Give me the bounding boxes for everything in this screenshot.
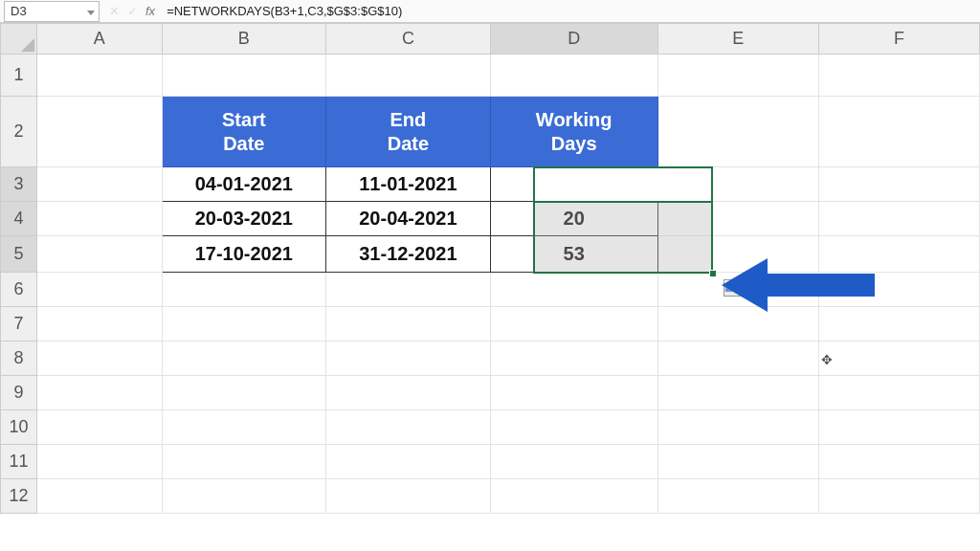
autofill-options-button[interactable] (724, 279, 745, 297)
col-header-B[interactable]: B (162, 24, 326, 55)
cell-E5[interactable] (657, 236, 818, 273)
cell-F9[interactable] (818, 376, 979, 410)
cell-F4[interactable] (818, 202, 979, 236)
name-box-value: D3 (11, 4, 27, 18)
cell-F3[interactable] (818, 167, 979, 202)
col-header-F[interactable]: F (818, 24, 979, 55)
row-header-4[interactable]: 4 (1, 202, 37, 236)
cell-C7[interactable] (326, 307, 491, 342)
cell-A7[interactable] (37, 307, 162, 342)
cell-F12[interactable] (818, 479, 979, 514)
cell-A3[interactable] (37, 167, 162, 202)
cell-B5[interactable]: 17-10-2021 (162, 236, 326, 273)
cell-A9[interactable] (37, 376, 162, 410)
cell-E1[interactable] (657, 55, 818, 97)
cell-B6[interactable] (162, 273, 326, 307)
cell-D7[interactable] (490, 307, 657, 342)
cell-B8[interactable] (162, 342, 326, 376)
cell-D10[interactable] (490, 410, 657, 445)
name-box[interactable]: D3 (4, 1, 100, 22)
row-header-8[interactable]: 8 (1, 342, 37, 376)
row-header-3[interactable]: 3 (1, 167, 37, 202)
enter-icon[interactable]: ✓ (127, 4, 138, 18)
fx-controls: ✕ ✓ fx (103, 4, 161, 18)
cell-C11[interactable] (326, 445, 491, 479)
cell-A10[interactable] (37, 410, 162, 445)
cell-D9[interactable] (490, 376, 657, 410)
cell-A4[interactable] (37, 202, 162, 236)
cell-C6[interactable] (326, 273, 491, 307)
row-header-11[interactable]: 11 (1, 445, 37, 479)
cell-B1[interactable] (162, 55, 326, 97)
cell-E9[interactable] (657, 376, 818, 410)
cell-D5[interactable]: 53 (490, 236, 657, 273)
grid-table: A B C D E F 1 2 Start (0, 23, 980, 514)
row-header-1[interactable]: 1 (1, 55, 37, 97)
cell-E4[interactable] (657, 202, 818, 236)
cell-A11[interactable] (37, 445, 162, 479)
cell-B9[interactable] (162, 376, 326, 410)
cell-E8[interactable] (657, 342, 818, 376)
cell-F5[interactable] (818, 236, 979, 273)
cell-A1[interactable] (37, 55, 162, 97)
select-all-corner[interactable] (1, 24, 37, 55)
cell-C8[interactable] (326, 342, 491, 376)
row-header-12[interactable]: 12 (1, 479, 37, 514)
row-header-7[interactable]: 7 (1, 307, 37, 342)
cell-C5[interactable]: 31-12-2021 (326, 236, 491, 273)
cell-F11[interactable] (818, 445, 979, 479)
cell-A2[interactable] (37, 97, 162, 167)
cell-E3[interactable] (657, 167, 818, 202)
row-header-5[interactable]: 5 (1, 236, 37, 273)
cell-F8[interactable] (818, 342, 979, 376)
cell-E2[interactable] (657, 97, 818, 167)
cell-C1[interactable] (326, 55, 491, 97)
cell-B7[interactable] (162, 307, 326, 342)
cell-F1[interactable] (818, 55, 979, 97)
cell-B11[interactable] (162, 445, 326, 479)
cell-F7[interactable] (818, 307, 979, 342)
col-header-D[interactable]: D (490, 24, 657, 55)
cell-D3[interactable]: 5 (490, 167, 657, 202)
cancel-icon[interactable]: ✕ (109, 4, 120, 18)
header-start-date[interactable]: Start Date (162, 97, 326, 167)
cell-A6[interactable] (37, 273, 162, 307)
cell-B3[interactable]: 04-01-2021 (162, 167, 326, 202)
row-header-2[interactable]: 2 (1, 97, 37, 167)
cell-D12[interactable] (490, 479, 657, 514)
cell-C9[interactable] (326, 376, 491, 410)
header-working-days[interactable]: Working Days (490, 97, 657, 167)
cell-E11[interactable] (657, 445, 818, 479)
cell-D1[interactable] (490, 55, 657, 97)
cell-B12[interactable] (162, 479, 326, 514)
cell-D8[interactable] (490, 342, 657, 376)
cell-E12[interactable] (657, 479, 818, 514)
cell-D4[interactable]: 20 (490, 202, 657, 236)
cell-C3[interactable]: 11-01-2021 (326, 167, 491, 202)
cell-A8[interactable] (37, 342, 162, 376)
cell-D6[interactable] (490, 273, 657, 307)
col-header-A[interactable]: A (37, 24, 162, 55)
formula-bar: D3 ✕ ✓ fx =NETWORKDAYS(B3+1,C3,$G$3:$G$1… (0, 0, 980, 23)
cell-E10[interactable] (657, 410, 818, 445)
cell-B10[interactable] (162, 410, 326, 445)
header-end-date[interactable]: End Date (326, 97, 491, 167)
cell-C10[interactable] (326, 410, 491, 445)
cell-D11[interactable] (490, 445, 657, 479)
cell-E7[interactable] (657, 307, 818, 342)
cell-F2[interactable] (818, 97, 979, 167)
cell-A12[interactable] (37, 479, 162, 514)
cell-F6[interactable] (818, 273, 979, 307)
formula-input[interactable]: =NETWORKDAYS(B3+1,C3,$G$3:$G$10) (161, 0, 980, 22)
fx-icon[interactable]: fx (145, 4, 155, 18)
row-header-9[interactable]: 9 (1, 376, 37, 410)
cell-B4[interactable]: 20-03-2021 (162, 202, 326, 236)
cell-C12[interactable] (326, 479, 491, 514)
row-header-10[interactable]: 10 (1, 410, 37, 445)
row-header-6[interactable]: 6 (1, 273, 37, 307)
cell-A5[interactable] (37, 236, 162, 273)
col-header-E[interactable]: E (657, 24, 818, 55)
cell-F10[interactable] (818, 410, 979, 445)
col-header-C[interactable]: C (326, 24, 491, 55)
cell-C4[interactable]: 20-04-2021 (326, 202, 491, 236)
